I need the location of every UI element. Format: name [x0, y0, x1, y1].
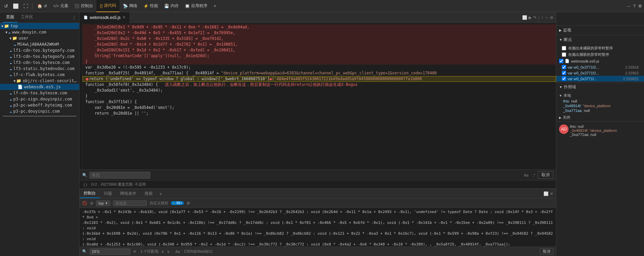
step-icon[interactable]: → — [545, 15, 549, 20]
tree-item-lf3static[interactable]: ☁ lf3-static.bytednsdoc.com — [0, 66, 79, 72]
bp-item-3[interactable]: var w0_0x3771f... 2:263821 — [556, 76, 644, 82]
tree-item-lf4bytescm[interactable]: ☁ lf-cdn-tos.bytescm.com — [0, 90, 79, 96]
cloud-icon: ☁ — [9, 72, 12, 77]
step-out-icon[interactable]: ↑ — [541, 15, 543, 20]
tree-item-douyin[interactable]: ▼ ☁ www.douyin.com — [0, 29, 79, 35]
cloud-icon: ☁ — [9, 97, 12, 101]
scope-local-header[interactable]: ▼ 本地 — [559, 92, 641, 99]
panel-expand-icon[interactable]: ⬜ — [543, 191, 549, 196]
code-content[interactable]: _0x1ed20d[0x1 * 0x9d9 + -0x95 * -0x11 + … — [80, 23, 556, 169]
filter-settings-icon[interactable]: ⚙ — [186, 201, 190, 206]
tab-network[interactable]: 📡 网络 — [120, 0, 140, 12]
tree-item-lf3cdn[interactable]: ☁ lf3-cdn-tos.bytegoofy.com — [0, 53, 79, 60]
sidebar-tree: ▼ 📁 top ▼ ☁ www.douyin.com ▼ 📁 user ☁ MS… — [0, 23, 79, 256]
bp-uncaught-checkbox[interactable] — [562, 46, 566, 50]
custom-levels-label[interactable]: 自定义级别 — [150, 201, 168, 206]
console-context-selector[interactable]: top ▼ — [96, 201, 110, 206]
console-filter-input[interactable] — [113, 201, 147, 206]
callstack-icon: 📄 — [565, 59, 570, 63]
tab-application[interactable]: 🔲 应用程序 — [182, 0, 210, 12]
step-over-icon[interactable]: ↷ — [533, 15, 536, 20]
bottom-search-clear[interactable]: ✕ — [133, 249, 136, 254]
bp-item-2[interactable]: var w0_0x3771f2... 2:33963 — [556, 70, 644, 76]
regex-btn[interactable]: .* — [531, 172, 536, 178]
tree-item-ms4w[interactable]: ☁ MS4wLjABAAAA2WKmM — [0, 41, 79, 47]
code-line-8: var _0x3dbe20 = !(-0x595 + -0x1233 + 0x1… — [83, 65, 556, 70]
code-line-annotation: function _0x58fe78(_0x3a3484) { 进入函数之后，加… — [83, 82, 556, 88]
tree-item-lf3bytescm[interactable]: ☁ lf3-cdn-tos.bytescm.com — [0, 60, 79, 66]
console-output: -0x37b + -0x1 * 0x143b + -0xb18), void (… — [80, 208, 556, 247]
device-btn[interactable]: ⬜ — [11, 2, 21, 10]
bp-item2-checkbox[interactable] — [562, 71, 566, 75]
tree-item-lfc[interactable]: ☁ lf-c-flwb.bytetos.com — [0, 72, 79, 78]
scope-header[interactable]: ▼ 作用域 — [556, 83, 644, 92]
tree-item-top[interactable]: ▼ 📁 top — [0, 23, 79, 29]
inspect-btn[interactable]: ⛶ — [21, 2, 30, 10]
folder-icon-top: 📁 — [4, 24, 9, 28]
settings-btn[interactable]: ⚙ — [638, 4, 642, 8]
step-into-icon[interactable]: ↓ — [538, 15, 540, 20]
match-case-btn[interactable]: Aa — [523, 172, 530, 178]
editor-location: { } — [84, 183, 87, 187]
refresh-btn[interactable]: ↺ — [2, 2, 10, 10]
filter-icon[interactable]: ⊘ — [90, 201, 93, 206]
cloud-icon: ☁ — [9, 103, 12, 108]
expand-icon[interactable]: ⬜ — [522, 15, 527, 20]
cloud-icon: ☁ — [9, 66, 12, 71]
tab-elements[interactable]: </> 元素 — [50, 0, 71, 12]
tab-issues[interactable]: 问题 — [100, 189, 116, 198]
more-btn[interactable]: ··· — [627, 3, 631, 9]
tree-item-p3pc[interactable]: ☁ p3-pc.douyinpic.com — [0, 108, 79, 114]
tab-search[interactable]: 搜索 — [140, 189, 157, 198]
tree-item-p3pcsign[interactable]: ☁ p3-pc-sign.douyinpic.com — [0, 96, 79, 102]
agent-icon: AD — [559, 124, 569, 134]
bp-caught-checkbox[interactable] — [562, 52, 566, 57]
next-result-btn[interactable]: ∨ — [167, 249, 170, 254]
bottom-cancel-btn[interactable]: 取消 — [540, 248, 553, 255]
bottom-search-input[interactable] — [90, 249, 130, 255]
chevron-down-icon: ▼ — [14, 79, 16, 83]
sidebar-options-btn[interactable]: ⋮ — [72, 15, 76, 20]
bp-item1-checkbox[interactable] — [562, 65, 566, 69]
tab-page[interactable]: 页面 — [3, 12, 18, 23]
scroll-indicator — [3, 116, 76, 117]
tab-console-bottom[interactable]: 控制台 — [80, 189, 100, 198]
watch-section-header[interactable]: ▶ 监视 — [556, 26, 644, 35]
editor-tab-active[interactable]: 📄 webmssdk.es5.js ✕ — [80, 12, 130, 23]
code-line-3: _0x1ed20d[-0x2c * 0xb0 + -0x1335 + 0x318… — [83, 36, 556, 42]
tab-close-btn[interactable]: ✕ — [123, 15, 126, 20]
match-case-bottom-btn[interactable]: Aa — [174, 249, 181, 254]
top-toolbar: ↺ ⬜ ⛶ 🏠 ↺ </> 元素 ⬛ 控制台 {} 源代码 📡 网络 ⚡ 性能 … — [0, 0, 644, 12]
bp-file-checkbox[interactable] — [559, 59, 563, 63]
breakpoint-dot: ● — [86, 76, 88, 82]
add-tab-btn[interactable]: + — [211, 2, 219, 10]
tab-console[interactable]: ⬛ 控制台 — [72, 0, 96, 12]
bp-item-1[interactable]: var w0_0x3771f2... 2:33918 — [556, 64, 644, 70]
tab-workspace[interactable]: 工作区 — [18, 12, 37, 23]
chevron-local-icon: ▼ — [559, 94, 562, 97]
tab-network-conditions[interactable]: 网络条件 — [116, 189, 140, 198]
tab-welcome[interactable]: 🏠 ↺ — [35, 0, 50, 12]
editor-search-input[interactable] — [89, 172, 150, 179]
clear-console-icon[interactable]: 🚫 — [82, 201, 87, 206]
tree-item-user[interactable]: ▼ 📁 user — [0, 35, 79, 41]
tree-item-lf1cdn[interactable]: ☁ lf1-cdn-tos.bytegoofy.com — [0, 47, 79, 53]
tab-sources[interactable]: {} 源代码 — [96, 0, 119, 12]
tree-item-webmssdk[interactable]: 📄 webmssdk.es5.js — [0, 84, 79, 90]
tree-item-p3pcweb[interactable]: ☁ p3-pc-weboff.byteimg.com — [0, 102, 79, 108]
search-cancel-btn[interactable]: 取消 — [538, 171, 553, 179]
scope-close-header[interactable]: ▶ 关闭 — [559, 114, 641, 121]
deactivate-icon[interactable]: ⊘ — [550, 15, 553, 20]
help-btn[interactable]: ? — [633, 4, 636, 8]
tab-performance[interactable]: ⚡ 性能 — [141, 0, 161, 12]
breakpoints-header[interactable]: ▼ 断点 — [556, 35, 644, 44]
add-panel-btn[interactable]: + — [157, 190, 165, 198]
code-line-11: _0x3adad1('xmst', _0x3a3484); — [83, 88, 556, 93]
tree-item-obj[interactable]: ▼ 📁 obj/rc-client-security/c-we — [0, 78, 79, 84]
run-icon[interactable]: ▶ — [529, 15, 532, 20]
bp-item3-checkbox[interactable] — [562, 76, 566, 81]
prev-result-btn[interactable]: ∧ — [161, 249, 164, 254]
tab-memory[interactable]: 💾 内存 — [161, 0, 181, 12]
code-line-12: } — [83, 93, 556, 99]
panel-close-icon[interactable]: ✕ — [550, 191, 553, 196]
